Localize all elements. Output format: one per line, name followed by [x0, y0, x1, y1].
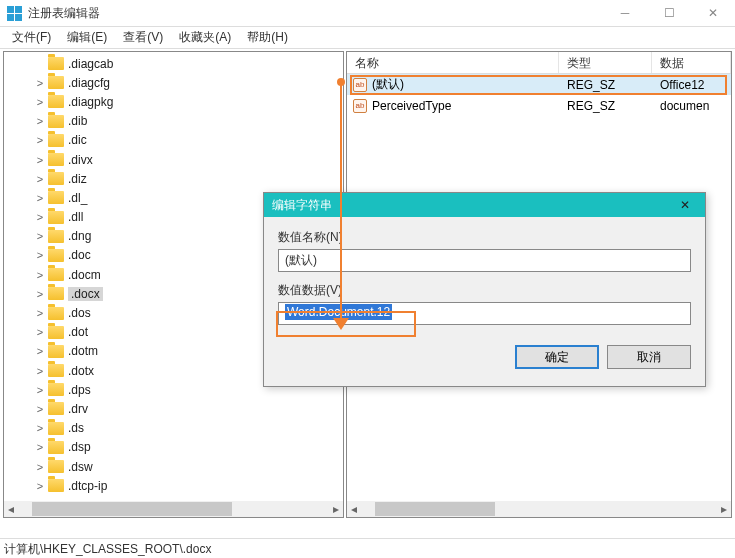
tree-item-label: .diagcfg: [68, 76, 110, 90]
regedit-icon: [6, 5, 22, 21]
expand-icon[interactable]: >: [34, 192, 46, 204]
expand-icon[interactable]: >: [34, 230, 46, 242]
value-data-input[interactable]: Word.Document.12: [278, 302, 691, 325]
tree-item[interactable]: >.dsp: [34, 438, 343, 457]
menubar: 文件(F) 编辑(E) 查看(V) 收藏夹(A) 帮助(H): [0, 27, 735, 49]
folder-icon: [48, 134, 64, 147]
tree-item-label: .dic: [68, 133, 87, 147]
tree-item[interactable]: >.diagcfg: [34, 73, 343, 92]
cell-type: REG_SZ: [559, 99, 652, 113]
expand-icon[interactable]: >: [34, 365, 46, 377]
folder-icon: [48, 230, 64, 243]
tree-item[interactable]: >.ds: [34, 419, 343, 438]
tree-item[interactable]: .diagcab: [34, 54, 343, 73]
scroll-thumb[interactable]: [32, 502, 232, 516]
tree-item[interactable]: >.dtcp-ip: [34, 476, 343, 495]
scroll-right-icon[interactable]: ▸: [329, 502, 343, 516]
tree-hscrollbar[interactable]: ◂ ▸: [4, 501, 343, 517]
ok-button[interactable]: 确定: [515, 345, 599, 369]
tree-item[interactable]: >.diz: [34, 169, 343, 188]
list-body[interactable]: ab(默认)REG_SZOffice12abPerceivedTypeREG_S…: [347, 74, 731, 116]
list-hscrollbar[interactable]: ◂ ▸: [347, 501, 731, 517]
tree-item-label: .diagcab: [68, 57, 113, 71]
tree-item-label: .doc: [68, 248, 91, 262]
window-controls: ─ ☐ ✕: [603, 0, 735, 27]
dialog-close-button[interactable]: ✕: [665, 198, 705, 212]
expand-icon[interactable]: >: [34, 154, 46, 166]
expand-icon[interactable]: >: [34, 307, 46, 319]
tree-item[interactable]: >.divx: [34, 150, 343, 169]
cell-name: ab(默认): [347, 76, 559, 93]
list-row[interactable]: abPerceivedTypeREG_SZdocumen: [347, 95, 731, 116]
value-name-input[interactable]: (默认): [278, 249, 691, 272]
minimize-button[interactable]: ─: [603, 0, 647, 27]
folder-icon: [48, 268, 64, 281]
expand-icon[interactable]: >: [34, 134, 46, 146]
string-value-icon: ab: [353, 78, 367, 92]
expand-icon[interactable]: >: [34, 480, 46, 492]
maximize-button[interactable]: ☐: [647, 0, 691, 27]
tree-item-label: .dib: [68, 114, 87, 128]
expand-icon[interactable]: >: [34, 115, 46, 127]
folder-icon: [48, 287, 64, 300]
tree-item-label: .dsw: [68, 460, 93, 474]
expand-icon[interactable]: >: [34, 403, 46, 415]
folder-icon: [48, 57, 64, 70]
tree-item[interactable]: >.dib: [34, 112, 343, 131]
expand-icon[interactable]: >: [34, 441, 46, 453]
folder-icon: [48, 345, 64, 358]
expand-icon[interactable]: >: [34, 384, 46, 396]
tree-item-label: .diz: [68, 172, 87, 186]
expand-icon[interactable]: >: [34, 288, 46, 300]
scroll-right-icon[interactable]: ▸: [717, 502, 731, 516]
expand-icon[interactable]: >: [34, 422, 46, 434]
cancel-button[interactable]: 取消: [607, 345, 691, 369]
scroll-left-icon[interactable]: ◂: [347, 502, 361, 516]
col-header-name[interactable]: 名称: [347, 52, 559, 73]
col-header-data[interactable]: 数据: [652, 52, 731, 73]
tree-item-label: .diagpkg: [68, 95, 113, 109]
statusbar: 计算机\HKEY_CLASSES_ROOT\.docx: [0, 538, 735, 558]
dialog-title: 编辑字符串: [272, 197, 332, 214]
dialog-titlebar[interactable]: 编辑字符串 ✕: [264, 193, 705, 217]
menu-file[interactable]: 文件(F): [4, 27, 59, 48]
expand-icon[interactable]: >: [34, 249, 46, 261]
folder-icon: [48, 460, 64, 473]
folder-icon: [48, 76, 64, 89]
tree-item[interactable]: >.diagpkg: [34, 92, 343, 111]
scroll-left-icon[interactable]: ◂: [4, 502, 18, 516]
expand-icon[interactable]: >: [34, 326, 46, 338]
folder-icon: [48, 441, 64, 454]
cell-name: abPerceivedType: [347, 99, 559, 113]
menu-help[interactable]: 帮助(H): [239, 27, 296, 48]
tree-item-label: .dps: [68, 383, 91, 397]
expand-icon[interactable]: >: [34, 345, 46, 357]
tree-item[interactable]: >.dic: [34, 131, 343, 150]
expand-icon[interactable]: >: [34, 173, 46, 185]
window-title: 注册表编辑器: [28, 5, 100, 22]
tree-item-label: .dotm: [68, 344, 98, 358]
tree-item-label: .ds: [68, 421, 84, 435]
tree-item-label: .dotx: [68, 364, 94, 378]
expand-icon[interactable]: >: [34, 461, 46, 473]
tree-item-label: .dng: [68, 229, 91, 243]
folder-icon: [48, 364, 64, 377]
folder-icon: [48, 211, 64, 224]
expand-icon[interactable]: >: [34, 96, 46, 108]
expand-icon[interactable]: >: [34, 269, 46, 281]
scroll-thumb[interactable]: [375, 502, 495, 516]
expand-icon[interactable]: >: [34, 77, 46, 89]
tree-item[interactable]: >.dsw: [34, 457, 343, 476]
close-button[interactable]: ✕: [691, 0, 735, 27]
expand-icon[interactable]: >: [34, 211, 46, 223]
menu-edit[interactable]: 编辑(E): [59, 27, 115, 48]
menu-view[interactable]: 查看(V): [115, 27, 171, 48]
col-header-type[interactable]: 类型: [559, 52, 652, 73]
tree-item[interactable]: >.drv: [34, 399, 343, 418]
folder-icon: [48, 422, 64, 435]
status-path: 计算机\HKEY_CLASSES_ROOT\.docx: [4, 542, 211, 556]
menu-favorites[interactable]: 收藏夹(A): [171, 27, 239, 48]
value-name-label: 数值名称(N): [278, 229, 691, 246]
list-row[interactable]: ab(默认)REG_SZOffice12: [347, 74, 731, 95]
cell-data: documen: [652, 99, 731, 113]
